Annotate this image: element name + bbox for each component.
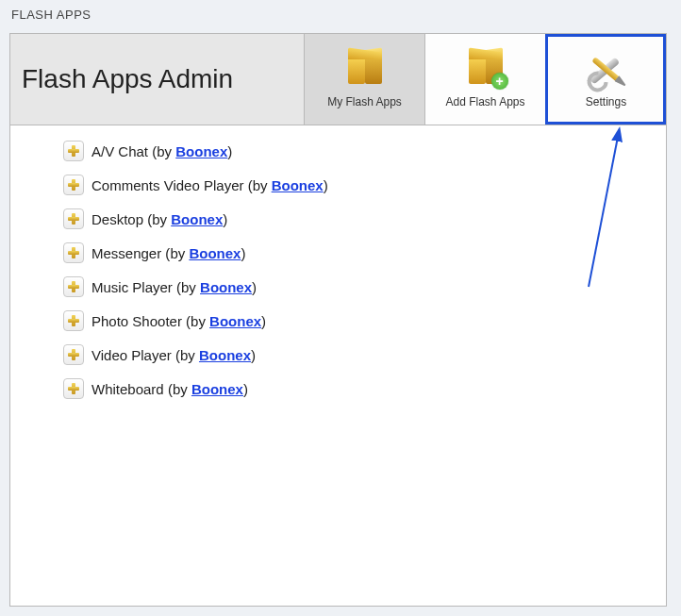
page-title: FLASH APPS (9, 8, 672, 22)
plus-icon (68, 281, 79, 292)
app-name: A/V Chat (91, 143, 148, 159)
app-name: Video Player (91, 347, 172, 363)
tab-label: Settings (586, 95, 626, 108)
plus-icon (68, 179, 79, 191)
list-item: A/V Chat (by Boonex) (63, 141, 656, 161)
by-label: by (253, 177, 268, 193)
expand-button[interactable] (63, 208, 84, 229)
tools-icon (586, 50, 627, 88)
vendor-link[interactable]: Boonex (209, 313, 261, 329)
expand-button[interactable] (63, 175, 84, 195)
list-item: Video Player (by Boonex) (63, 344, 656, 365)
app-label: Comments Video Player (by Boonex) (91, 177, 328, 193)
vendor-link[interactable]: Boonex (191, 381, 243, 397)
plus-icon (68, 349, 79, 360)
app-label: Desktop (by Boonex) (91, 211, 227, 227)
by-label: by (181, 279, 196, 295)
list-item: Desktop (by Boonex) (63, 208, 656, 229)
app-name: Whiteboard (91, 381, 164, 397)
list-item: Photo Shooter (by Boonex) (63, 310, 656, 331)
vendor-link[interactable]: Boonex (171, 211, 223, 227)
expand-button[interactable] (63, 242, 84, 263)
app-label: Whiteboard (by Boonex) (91, 381, 248, 397)
by-label: by (191, 313, 206, 329)
by-label: by (180, 347, 195, 363)
expand-button[interactable] (63, 310, 84, 331)
app-label: Music Player (by Boonex) (91, 279, 257, 295)
vendor-link[interactable]: Boonex (272, 177, 324, 193)
box-icon (344, 50, 386, 88)
box-plus-icon: + (465, 50, 507, 88)
tab-label: Add Flash Apps (445, 95, 524, 108)
by-label: by (152, 211, 167, 227)
app-label: Messenger (by Boonex) (91, 245, 245, 261)
tab-settings[interactable]: Settings (545, 34, 666, 125)
app-name: Comments Video Player (91, 177, 243, 193)
app-name: Messenger (91, 245, 161, 261)
expand-button[interactable] (63, 378, 84, 399)
app-label: A/V Chat (by Boonex) (91, 143, 232, 159)
tab-label: My Flash Apps (327, 95, 402, 108)
vendor-link[interactable]: Boonex (175, 143, 227, 159)
app-name: Photo Shooter (91, 313, 182, 329)
plus-icon (68, 247, 79, 258)
plus-icon (68, 145, 79, 157)
expand-button[interactable] (63, 141, 84, 161)
vendor-link[interactable]: Boonex (189, 245, 241, 261)
plus-icon (68, 315, 79, 326)
plus-icon (68, 383, 79, 394)
by-label: by (173, 381, 188, 397)
vendor-link[interactable]: Boonex (200, 279, 252, 295)
list-item: Messenger (by Boonex) (63, 242, 656, 263)
plus-icon (68, 213, 79, 225)
list-item: Comments Video Player (by Boonex) (63, 175, 656, 195)
apps-list: A/V Chat (by Boonex)Comments Video Playe… (10, 125, 666, 422)
admin-panel: Flash Apps Admin My Flash Apps+Add Flash… (9, 33, 667, 607)
list-item: Whiteboard (by Boonex) (63, 378, 656, 399)
panel-title: Flash Apps Admin (10, 34, 304, 125)
app-name: Desktop (91, 211, 143, 227)
panel-header: Flash Apps Admin My Flash Apps+Add Flash… (10, 34, 666, 125)
tab-add[interactable]: +Add Flash Apps (424, 34, 545, 125)
vendor-link[interactable]: Boonex (199, 347, 251, 363)
app-label: Video Player (by Boonex) (91, 347, 256, 363)
tab-my[interactable]: My Flash Apps (304, 34, 424, 125)
app-label: Photo Shooter (by Boonex) (91, 313, 266, 329)
expand-button[interactable] (63, 276, 84, 297)
list-item: Music Player (by Boonex) (63, 276, 656, 297)
by-label: by (170, 245, 185, 261)
by-label: by (157, 143, 172, 159)
app-name: Music Player (91, 279, 173, 295)
expand-button[interactable] (63, 344, 84, 365)
